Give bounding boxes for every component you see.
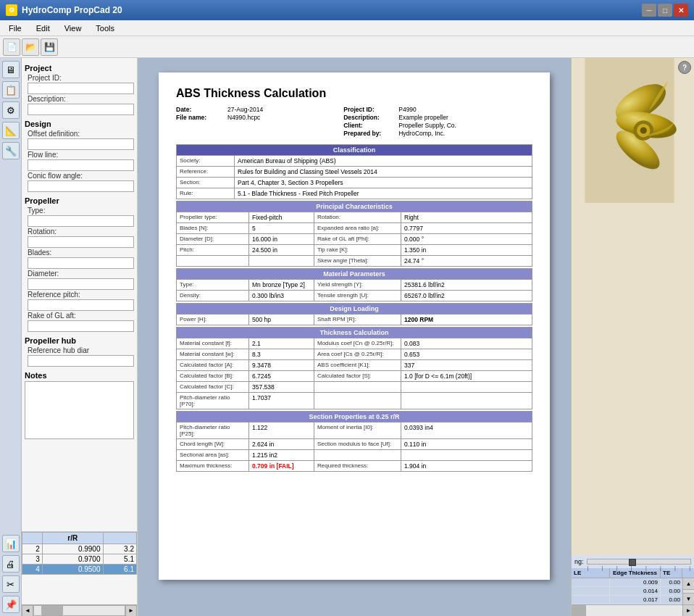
- maximize-button[interactable]: □: [658, 4, 672, 17]
- icon-strip: 🖥 📋 ⚙ 📐 🔧 📊 🖨 ✂ 📌: [0, 58, 22, 616]
- strip-btn-3[interactable]: ⚙: [2, 101, 20, 119]
- right-panel: ?: [571, 58, 694, 616]
- sidebar-type-value[interactable]: [28, 215, 134, 227]
- open-button[interactable]: 📂: [22, 38, 39, 56]
- minimize-button[interactable]: ─: [642, 4, 656, 17]
- sidebar-conic-value[interactable]: [28, 180, 134, 192]
- strip-btn-5[interactable]: 🔧: [2, 142, 20, 159]
- main-layout: 🖥 📋 ⚙ 📐 🔧 📊 🖨 ✂ 📌 Project Project ID: De…: [0, 58, 694, 616]
- strip-btn-4[interactable]: 📐: [2, 122, 20, 139]
- rule-value: 5.1 - Blade Thickness - Fixed Pitch Prop…: [235, 188, 532, 199]
- menu-file[interactable]: File: [3, 22, 28, 34]
- help-button[interactable]: ?: [678, 61, 691, 74]
- sidebar-refhub-value[interactable]: [28, 355, 134, 367]
- sidebar-flowline-value[interactable]: [28, 159, 134, 171]
- slider-area: ng: | | | | | | | |: [572, 555, 694, 568]
- section-props-table: Section Properties at 0.25 r/R Pitch-dia…: [176, 411, 532, 472]
- sidebar-description-value[interactable]: [28, 104, 134, 115]
- scroll-thumb: [41, 606, 63, 615]
- sidebar-hub-header: Propeller hub: [25, 336, 134, 345]
- sidebar-rotation-value[interactable]: [28, 236, 134, 248]
- right-table: LE Edge Thickness TE 0.009 0.00 0.014: [572, 568, 694, 616]
- classification-header: Classification: [177, 145, 532, 156]
- table-row[interactable]: 30.97005.1: [22, 554, 137, 565]
- slider-track[interactable]: | | | | | | | |: [587, 559, 691, 565]
- sidebar-rakegl-value[interactable]: [28, 320, 134, 332]
- meta-date-label: Date:: [176, 106, 223, 113]
- section-label: Section:: [177, 178, 235, 188]
- sidebar-offset-value[interactable]: [28, 138, 134, 150]
- meta-projid-value: P4990: [398, 106, 532, 113]
- strip-btn-1[interactable]: 🖥: [2, 61, 20, 78]
- sidebar-diameter-label: Diameter:: [28, 270, 134, 278]
- meta-date-value: 27-Aug-2014: [227, 106, 339, 113]
- table-row-2-te: 0.014: [610, 587, 661, 595]
- sidebar-blades-label: Blades:: [28, 249, 134, 257]
- menu-edit[interactable]: Edit: [30, 22, 56, 34]
- right-scroll-right-btn[interactable]: ►: [682, 605, 694, 617]
- scroll-left-btn[interactable]: ◄: [22, 605, 33, 617]
- save-button[interactable]: 💾: [41, 38, 58, 56]
- strip-btn-8[interactable]: ✂: [2, 575, 20, 593]
- sidebar-project-id-label: Project ID:: [28, 74, 134, 82]
- principal-header: Principal Characteristics: [177, 201, 532, 212]
- req-thickness-value: 1.904 in: [401, 461, 532, 472]
- menu-view[interactable]: View: [59, 22, 88, 34]
- meta-prepared-label: Prepared by:: [343, 130, 394, 137]
- meta-file-label: File name:: [176, 114, 223, 121]
- horizontal-scrollbar[interactable]: ◄ ►: [22, 604, 137, 616]
- slider-label: ng:: [574, 558, 584, 565]
- sidebar-rotation-label: Rotation:: [28, 228, 134, 236]
- col-num-header: [22, 533, 43, 544]
- strip-btn-9[interactable]: 📌: [2, 596, 20, 613]
- strip-btn-6[interactable]: 📊: [2, 535, 20, 552]
- meta-prepared-value: HydroComp, Inc.: [398, 130, 532, 137]
- scroll-right-btn[interactable]: ►: [125, 605, 137, 617]
- col-val-header: [103, 533, 137, 544]
- table-row-3-extra: 0.00: [661, 596, 682, 604]
- meta-file-value: N4990.hcpc: [227, 114, 339, 121]
- col-rr-header: r/R: [42, 533, 103, 544]
- menu-tools[interactable]: Tools: [90, 22, 120, 34]
- new-button[interactable]: 📄: [3, 38, 20, 56]
- sidebar-refhub-label: Reference hub diar: [28, 346, 134, 354]
- close-button[interactable]: ✕: [674, 4, 688, 17]
- table-row-2-extra: 0.00: [661, 587, 682, 595]
- notes-content[interactable]: [25, 381, 134, 439]
- sidebar-rakegl-label: Rake of GL aft:: [28, 312, 134, 320]
- sidebar-project-id-value[interactable]: [28, 83, 134, 94]
- table-row[interactable]: 40.95006.1: [22, 565, 137, 575]
- society-value: American Bureau of Shipping (ABS): [235, 156, 532, 167]
- req-thickness-label: Required thickness:: [314, 461, 401, 472]
- design-loading-table: Design Loading Power [H]: 500 hp Shaft R…: [176, 303, 532, 325]
- rule-label: Rule:: [177, 188, 235, 199]
- svg-point-6: [640, 127, 647, 133]
- meta-desc-value: Example propeller: [398, 114, 532, 121]
- strip-btn-7[interactable]: 🖨: [2, 555, 20, 573]
- sidebar-blades-value[interactable]: [28, 257, 134, 269]
- app-icon: ⚙: [6, 4, 17, 16]
- meta-client-label: Client:: [343, 122, 394, 129]
- section-value: Part 4, Chapter 3, Section 3 Propellers: [235, 178, 532, 188]
- table-row[interactable]: 20.99003.2: [22, 544, 137, 554]
- scroll-up-btn[interactable]: ▲: [683, 578, 694, 590]
- scroll-track[interactable]: [33, 605, 125, 616]
- sidebar: Project Project ID: Description: Design …: [22, 58, 138, 616]
- right-h-scrollbar[interactable]: ►: [572, 604, 694, 616]
- toolbar: 📄 📂 💾: [0, 36, 694, 58]
- max-thickness-value: 0.709 in [FAIL]: [249, 461, 314, 472]
- table-row-1-extra: 0.00: [661, 578, 682, 586]
- meta-client-value: Propeller Supply, Co.: [398, 122, 532, 129]
- vertical-scrollbar[interactable]: ▲ ▼: [682, 578, 694, 604]
- sidebar-design-header: Design: [25, 120, 134, 128]
- strip-btn-2[interactable]: 📋: [2, 81, 20, 99]
- thickness-result-row: Maximum thickness: 0.709 in [FAIL] Requi…: [177, 461, 532, 472]
- report-title: ABS Thickness Calculation: [176, 87, 532, 100]
- sidebar-bottom-table: r/R 20.99003.230.97005.140.95006.1 ◄ ►: [22, 531, 137, 616]
- sidebar-propeller-header: Propeller: [25, 196, 134, 205]
- sidebar-refpitch-value[interactable]: [28, 299, 134, 311]
- table-row-1-te: 0.009: [610, 578, 661, 586]
- sidebar-diameter-value[interactable]: [28, 278, 134, 290]
- sidebar-type-label: Type:: [28, 207, 134, 215]
- scroll-down-btn[interactable]: ▼: [683, 593, 694, 604]
